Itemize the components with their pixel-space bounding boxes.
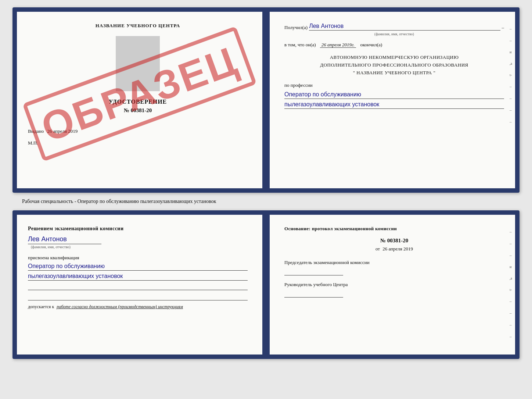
side-marks: – – и ,а ι- – – – – — [510, 26, 512, 124]
completed-date: 26 апреля 2019г. — [320, 42, 356, 48]
received-label: Получил(а) — [284, 25, 308, 31]
org-line3: " НАЗВАНИЕ УЧЕБНОГО ЦЕНТРА " — [284, 69, 504, 77]
fio-subtitle-bottom: (фамилия, имя, отчество) — [31, 245, 248, 249]
issued-date: 26 апреля 2019 — [47, 128, 78, 134]
spine-bottom — [263, 215, 270, 355]
assigned-label: присвоена квалификация — [28, 255, 248, 261]
profession-line1: Оператор по обслуживанию — [284, 91, 504, 99]
page-right-top: Получил(а) Лев Антонов – (фамилия, имя, … — [270, 12, 515, 188]
document-bottom: Решением экзаменационной комиссии Лев Ан… — [12, 210, 520, 359]
middle-specialty-text: Рабочая специальность - Оператор по обсл… — [22, 199, 216, 204]
school-name-left: НАЗВАНИЕ УЧЕБНОГО ЦЕНТРА — [28, 23, 248, 29]
protocol-date: от 26 апреля 2019 — [284, 246, 504, 252]
org-line2: ДОПОЛНИТЕЛЬНОГО ПРОФЕССИОНАЛЬНОГО ОБРАЗО… — [284, 61, 504, 69]
director-sig-line — [284, 290, 343, 298]
page-right-bottom: Основание: протокол экзаменационной коми… — [270, 215, 515, 355]
chairman-sig-line — [284, 268, 343, 275]
completed-suffix: окончил(а) — [360, 42, 382, 47]
page-left-bottom: Решением экзаменационной комиссии Лев Ан… — [17, 215, 263, 355]
qual-line1: Оператор по обслуживанию — [28, 263, 248, 271]
org-block: АВТОНОМНУЮ НЕКОММЕРЧЕСКУЮ ОРГАНИЗАЦИЮ ДО… — [284, 54, 504, 76]
spine-top — [263, 12, 270, 188]
qual-line2: пылегазоулавливающих установок — [28, 273, 248, 281]
protocol-number: № 00381-20 — [284, 238, 504, 244]
issued-label: Выдано — [28, 128, 44, 134]
completed-line: в том, что он(а) 26 апреля 2019г. окончи… — [284, 42, 504, 48]
fio-subtitle: (фамилия, имя, отчество) — [284, 32, 504, 36]
profession-label: по профессии — [284, 82, 504, 88]
director-label: Руководитель учебного Центра — [284, 281, 504, 288]
completed-prefix: в том, что он(а) — [284, 42, 316, 47]
protocol-date-prefix: от — [375, 246, 380, 252]
blank-line-1 — [28, 283, 248, 290]
side-marks-bottom: – – – и ,а ι- – – – – — [510, 229, 512, 339]
org-line1: АВТОНОМНУЮ НЕКОММЕРЧЕСКУЮ ОРГАНИЗАЦИЮ — [284, 54, 504, 61]
допускается-prefix: допускается к — [28, 304, 54, 309]
chairman-label: Председатель экзаменационной комиссии — [284, 259, 504, 266]
protocol-date-value: 26 апреля 2019 — [382, 246, 413, 252]
dash-right: – — [502, 25, 504, 31]
decision-text: Решением экзаменационной комиссии — [28, 226, 248, 232]
profession-line2: пылегазоулавливающих установок — [284, 101, 504, 109]
допускается-italic: работе согласно должностным (производств… — [57, 304, 183, 309]
page-left-top: НАЗВАНИЕ УЧЕБНОГО ЦЕНТРА УДОСТОВЕРЕНИЕ №… — [17, 12, 263, 188]
recipient-name: Лев Антонов — [309, 23, 500, 31]
cert-title: УДОСТОВЕРЕНИЕ — [28, 99, 248, 105]
cert-number: № 00381-20 — [28, 107, 248, 114]
recipient-line: Получил(а) Лев Антонов – — [284, 23, 504, 31]
photo-placeholder — [116, 36, 160, 91]
issued-line: Выдано 26 апреля 2019 — [28, 128, 248, 134]
basis-text: Основание: протокол экзаменационной коми… — [284, 226, 504, 232]
document-top: НАЗВАНИЕ УЧЕБНОГО ЦЕНТРА УДОСТОВЕРЕНИЕ №… — [12, 7, 520, 193]
blank-line-2 — [28, 293, 248, 300]
mp-line: М.П. — [28, 140, 248, 146]
допускается-text: допускается к работе согласно должностны… — [28, 304, 248, 310]
person-name-bottom: Лев Антонов — [28, 235, 101, 244]
